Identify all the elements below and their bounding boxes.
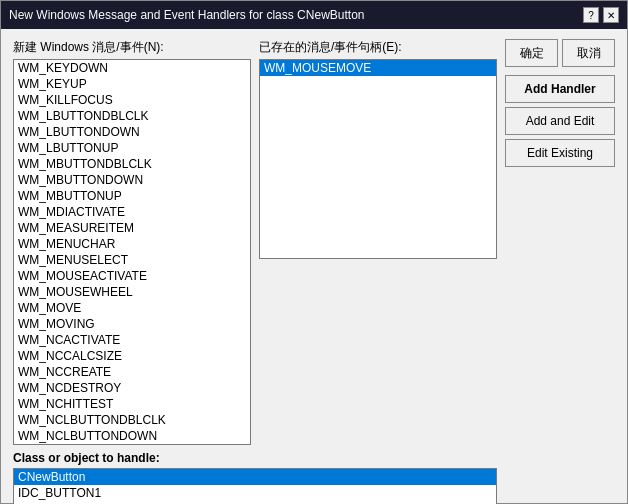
list-item[interactable]: WM_MBUTTONDOWN bbox=[14, 172, 250, 188]
list-item[interactable]: IDC_BUTTON1 bbox=[14, 485, 496, 501]
list-item[interactable]: CNewButton bbox=[14, 469, 496, 485]
bottom-left-panel: Class or object to handle: CNewButtonIDC… bbox=[13, 451, 497, 504]
list-item[interactable]: WM_NCLBUTTONDBLCLK bbox=[14, 412, 250, 428]
add-and-edit-button[interactable]: Add and Edit bbox=[505, 107, 615, 135]
close-button[interactable]: ✕ bbox=[603, 7, 619, 23]
list-item[interactable]: WM_NCHITTEST bbox=[14, 396, 250, 412]
action-buttons: Add Handler Add and Edit Edit Existing bbox=[505, 75, 615, 167]
left-panel: 新建 Windows 消息/事件(N): WM_KEYDOWNWM_KEYUPW… bbox=[13, 39, 251, 445]
list-item[interactable]: WM_KEYUP bbox=[14, 76, 250, 92]
list-item[interactable]: WM_NCLBUTTONDOWN bbox=[14, 428, 250, 444]
list-item[interactable]: WM_KEYDOWN bbox=[14, 60, 250, 76]
right-panel: 确定 取消 Add Handler Add and Edit Edit Exis… bbox=[505, 39, 615, 445]
list-item[interactable]: WM_MOVING bbox=[14, 316, 250, 332]
list-item[interactable]: WM_MOUSEWHEEL bbox=[14, 284, 250, 300]
bottom-right-spacer bbox=[505, 451, 615, 504]
list-item[interactable]: WM_MENUSELECT bbox=[14, 252, 250, 268]
list-item[interactable]: WM_NCACTIVATE bbox=[14, 332, 250, 348]
add-handler-button[interactable]: Add Handler bbox=[505, 75, 615, 103]
dialog-window: New Windows Message and Event Handlers f… bbox=[0, 0, 628, 504]
middle-panel: 已存在的消息/事件句柄(E): WM_MOUSEMOVE bbox=[259, 39, 497, 445]
left-listbox[interactable]: WM_KEYDOWNWM_KEYUPWM_KILLFOCUSWM_LBUTTON… bbox=[13, 59, 251, 445]
list-item[interactable]: WM_MDIACTIVATE bbox=[14, 204, 250, 220]
list-item[interactable]: WM_NCDESTROY bbox=[14, 380, 250, 396]
left-panel-label: 新建 Windows 消息/事件(N): bbox=[13, 39, 251, 56]
edit-existing-button[interactable]: Edit Existing bbox=[505, 139, 615, 167]
list-item[interactable]: WM_MBUTTONUP bbox=[14, 188, 250, 204]
list-item[interactable]: WM_NCCREATE bbox=[14, 364, 250, 380]
middle-panel-label: 已存在的消息/事件句柄(E): bbox=[259, 39, 497, 56]
title-bar-controls: ? ✕ bbox=[583, 7, 619, 23]
title-bar-text: New Windows Message and Event Handlers f… bbox=[9, 8, 365, 22]
list-item[interactable]: WM_MOUSEACTIVATE bbox=[14, 268, 250, 284]
cancel-button[interactable]: 取消 bbox=[562, 39, 615, 67]
ok-button[interactable]: 确定 bbox=[505, 39, 558, 67]
middle-listbox[interactable]: WM_MOUSEMOVE bbox=[259, 59, 497, 259]
bottom-section: Class or object to handle: CNewButtonIDC… bbox=[13, 451, 615, 504]
list-item[interactable]: WM_MOVE bbox=[14, 300, 250, 316]
list-item[interactable]: WM_NCCALCSIZE bbox=[14, 348, 250, 364]
list-item[interactable]: WM_LBUTTONDBLCLK bbox=[14, 108, 250, 124]
list-item[interactable]: WM_LBUTTONDOWN bbox=[14, 124, 250, 140]
help-button[interactable]: ? bbox=[583, 7, 599, 23]
list-item[interactable]: WM_LBUTTONUP bbox=[14, 140, 250, 156]
list-item[interactable]: WM_MEASUREITEM bbox=[14, 220, 250, 236]
class-section-label: Class or object to handle: bbox=[13, 451, 497, 465]
title-bar: New Windows Message and Event Handlers f… bbox=[1, 1, 627, 29]
list-item[interactable]: WM_MBUTTONDBLCLK bbox=[14, 156, 250, 172]
class-listbox[interactable]: CNewButtonIDC_BUTTON1IDC_BUTTON2 bbox=[13, 468, 497, 504]
dialog-body: 新建 Windows 消息/事件(N): WM_KEYDOWNWM_KEYUPW… bbox=[1, 29, 627, 504]
top-section: 新建 Windows 消息/事件(N): WM_KEYDOWNWM_KEYUPW… bbox=[13, 39, 615, 445]
ok-cancel-row: 确定 取消 bbox=[505, 39, 615, 67]
list-item[interactable]: WM_MOUSEMOVE bbox=[260, 60, 496, 76]
list-item[interactable]: WM_MENUCHAR bbox=[14, 236, 250, 252]
list-item[interactable]: WM_KILLFOCUS bbox=[14, 92, 250, 108]
